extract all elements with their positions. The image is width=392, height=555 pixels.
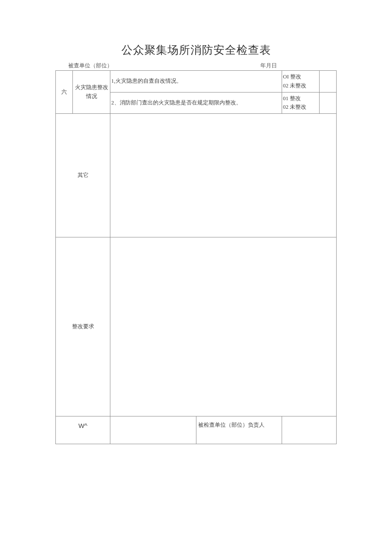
- require-content: [110, 237, 337, 416]
- signature-row: W^ 被检查单位（部位）负责人: [56, 416, 337, 444]
- status-option: OI 整改: [283, 72, 317, 81]
- table-row: 整改要求: [56, 237, 337, 416]
- unit-label: 被查单位（部位）: [68, 62, 174, 69]
- table-row: 其它: [56, 114, 337, 237]
- page-title: 公众聚集场所消防安全检查表: [55, 43, 337, 58]
- inspection-table: 六 火灾隐患整改情况 1,火灾隐患的自查自改情况。 OI 整改 02 未整改 2…: [55, 70, 337, 444]
- item-text: 1,火灾隐患的自查自改情况。: [110, 71, 282, 92]
- other-content: [110, 114, 337, 237]
- status-option: 01 整改: [283, 94, 317, 103]
- date-label: 年月日: [260, 62, 332, 69]
- signature-left-label: W^: [56, 416, 110, 444]
- signature-right-label: 被检查单位（部位）负责人: [196, 416, 282, 444]
- note-cell: [320, 92, 337, 114]
- status-cell: OI 整改 02 未整改: [282, 71, 320, 92]
- item-text: 2、消防部门查出的火灾隐患是否在规定期限内整改。: [110, 92, 282, 114]
- signature-right-field: [282, 416, 337, 444]
- section-category: 火灾隐患整改情况: [73, 71, 110, 114]
- status-option: 02 未整改: [283, 81, 317, 90]
- meta-row: 被查单位（部位） 年月日: [55, 62, 337, 70]
- other-label: 其它: [56, 114, 110, 237]
- require-label: 整改要求: [56, 237, 110, 416]
- status-cell: 01 整改 02 未整改: [282, 92, 320, 114]
- table-row: 六 火灾隐患整改情况 1,火灾隐患的自查自改情况。 OI 整改 02 未整改: [56, 71, 337, 92]
- signature-left-field: [110, 416, 196, 444]
- status-option: 02 未整改: [283, 103, 317, 112]
- note-cell: [320, 71, 337, 92]
- section-number: 六: [56, 71, 73, 114]
